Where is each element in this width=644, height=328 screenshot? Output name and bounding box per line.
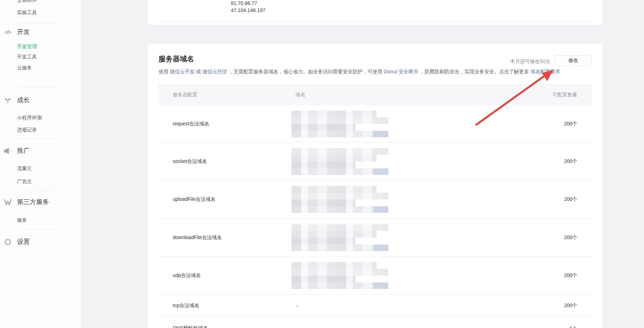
third-party-icon: [4, 198, 12, 207]
row-label: request合法域名: [173, 121, 209, 127]
sidebar-item-cloud-service[interactable]: 云服务: [17, 64, 32, 71]
sidebar-section-growth[interactable]: 成长: [17, 96, 30, 104]
row-label: udp合法域名: [173, 272, 201, 279]
row-count: 200个: [564, 272, 577, 279]
sidebar-item-violation-records[interactable]: 违规记录: [17, 126, 37, 133]
domain-table: 服务器配置 域名 可配置数量 request合法域名 200个 socket合法…: [159, 84, 592, 328]
row-label: uploadFile合法域名: [173, 196, 216, 203]
row-count: 200个: [564, 234, 577, 241]
description-text: ，无需配置服务器域名，省心省力。如业务访问需要安全防护，可使用: [227, 69, 384, 74]
description-text: 使用: [159, 69, 170, 74]
link-donut-gateway[interactable]: Donut 安全网关: [384, 69, 418, 74]
link-wechat-cloud-dev[interactable]: 微信云开发: [170, 69, 195, 74]
server-domain-card: 服务器域名 本月还可修改50次 修改 使用 微信云开发 或 微信云托管 ，无需配…: [148, 44, 602, 328]
domain-value-empty: -: [292, 302, 298, 309]
redacted-domain-values: [292, 148, 388, 175]
row-count: 200个: [564, 302, 577, 309]
sidebar-item-miniprogram-evaluation[interactable]: 小程序评测: [17, 114, 42, 121]
ip-address: 47.104.146.197: [231, 7, 265, 14]
sidebar-divider: [17, 190, 56, 191]
sidebar-section-third-party-service[interactable]: 第三方服务: [17, 198, 49, 207]
sidebar: 交易组件 实验工具 </> 开发 开发管理 开发工具 云服务 成长 小程序评测 …: [0, 0, 81, 328]
page-title: 服务器域名: [159, 54, 194, 64]
table-row-tcp: tcp合法域名 - 200个: [159, 295, 592, 317]
sidebar-item-trade-components[interactable]: 交易组件: [17, 0, 37, 4]
row-count: 200个: [564, 121, 577, 127]
sidebar-divider: [17, 139, 56, 139]
divider: [159, 22, 592, 22]
sidebar-section-dev[interactable]: 开发: [17, 28, 30, 36]
gear-icon: [4, 238, 12, 246]
row-label: socket合法域名: [173, 158, 207, 165]
table-row-socket: socket合法域名 200个: [159, 142, 592, 181]
ip-address: 81.70.86.77: [231, 0, 257, 7]
sidebar-item-traffic-master[interactable]: 流量主: [17, 165, 32, 172]
column-header-server-config: 服务器配置: [173, 84, 198, 106]
sidebar-item-dev-management[interactable]: 开发管理: [17, 43, 37, 50]
description-text: 或: [195, 69, 202, 74]
redacted-domain-values: [292, 224, 388, 251]
sidebar-item-dev-tools[interactable]: 开发工具: [17, 53, 37, 60]
sidebar-item-service[interactable]: 服务: [17, 217, 27, 224]
link-wechat-cloud-hosting[interactable]: 微信云托管: [202, 69, 227, 74]
table-row-dns-prefetch: DNS预解析域名 5个: [159, 317, 592, 328]
table-header-row: 服务器配置 域名 可配置数量: [159, 84, 592, 106]
sidebar-divider: [17, 87, 56, 87]
redacted-domain-values: [292, 186, 388, 213]
sidebar-divider: [17, 229, 56, 230]
sidebar-section-promotion[interactable]: 推广: [17, 146, 30, 155]
row-label: tcp合法域名: [173, 302, 199, 309]
table-row-downloadfile: downloadFile合法域名 200个: [159, 219, 592, 257]
quota-remaining-text: 本月还可修改50次: [510, 58, 550, 65]
row-label: DNS预解析域名: [173, 325, 208, 328]
row-count: 5个: [570, 326, 577, 328]
column-header-configurable-count: 可配置数量: [553, 84, 577, 106]
redacted-domain-values: [292, 262, 388, 289]
table-row-request: request合法域名 200个: [159, 106, 592, 142]
redacted-domain-values: [292, 111, 388, 137]
column-header-domain: 域名: [295, 84, 305, 106]
ip-list-card: 81.70.86.77 47.104.146.197: [148, 0, 602, 25]
modify-button[interactable]: 修改: [555, 55, 592, 66]
description-text: ，防爬防刷防攻击，实现业务安全。点击了解更多: [418, 69, 531, 74]
code-icon: </>: [4, 28, 12, 36]
sidebar-divider: [17, 23, 56, 24]
table-row-udp: udp合法域名 200个: [159, 257, 592, 295]
row-label: downloadFile合法域名: [173, 234, 222, 241]
sprout-icon: [4, 96, 12, 104]
sidebar-item-experiment-tools[interactable]: 实验工具: [17, 9, 37, 16]
row-count: 200个: [564, 158, 577, 165]
sidebar-item-advertiser[interactable]: 广告主: [17, 178, 32, 185]
megaphone-icon: [4, 147, 12, 155]
table-row-uploadfile: uploadFile合法域名 200个: [159, 181, 592, 219]
row-count: 200个: [564, 196, 577, 203]
sidebar-section-settings[interactable]: 设置: [17, 237, 30, 246]
link-domain-config-requirements[interactable]: 域名配置要求: [530, 69, 560, 74]
page: 交易组件 实验工具 </> 开发 开发管理 开发工具 云服务 成长 小程序评测 …: [0, 0, 644, 328]
description: 使用 微信云开发 或 微信云托管 ，无需配置服务器域名，省心省力。如业务访问需要…: [159, 68, 560, 75]
